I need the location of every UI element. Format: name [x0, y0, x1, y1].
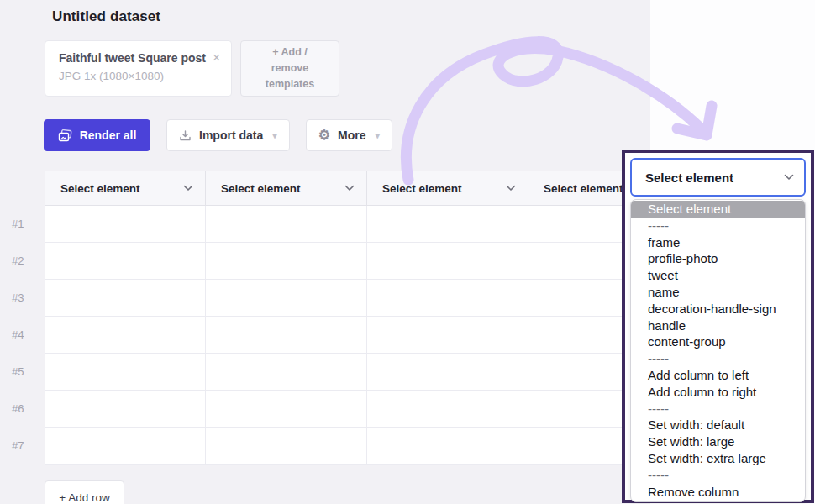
- caret-down-icon: ▾: [272, 130, 277, 141]
- table-cell[interactable]: [367, 280, 528, 316]
- caret-down-icon: ▾: [376, 130, 381, 141]
- table-cell[interactable]: [206, 317, 367, 353]
- page-title: Untitled dataset: [52, 8, 160, 25]
- table-row: [45, 280, 650, 317]
- option-add-column-left[interactable]: Add column to left: [631, 367, 805, 384]
- table-cell[interactable]: [206, 391, 367, 427]
- table-row: [45, 206, 650, 243]
- more-button[interactable]: ⚙ More ▾: [306, 119, 392, 151]
- row-number: #1: [12, 206, 40, 243]
- table-cell[interactable]: [206, 280, 367, 316]
- table-cell[interactable]: [45, 391, 206, 427]
- row-number: #7: [12, 428, 40, 465]
- column-header-label: Select element: [60, 182, 140, 195]
- table-cell[interactable]: [45, 243, 206, 279]
- row-number: #5: [12, 354, 40, 391]
- table-cell[interactable]: [206, 206, 367, 242]
- import-data-label: Import data: [199, 129, 263, 142]
- template-name: Faithful tweet Square post: [59, 51, 206, 65]
- table-row: [45, 354, 650, 391]
- template-format-label: JPG 1x (1080×1080): [59, 70, 219, 82]
- dataset-table: Select element Select element Select ele…: [45, 171, 650, 465]
- table-cell[interactable]: [206, 428, 367, 464]
- option-separator: -----: [631, 401, 805, 417]
- template-chip[interactable]: Faithful tweet Square post × JPG 1x (108…: [45, 40, 232, 97]
- gear-icon: ⚙: [318, 129, 330, 142]
- row-number: #6: [12, 391, 40, 428]
- images-stack-icon: [58, 129, 72, 142]
- option-set-width-large[interactable]: Set width: large: [631, 433, 805, 450]
- table-cell[interactable]: [45, 206, 206, 242]
- render-all-label: Render all: [80, 129, 137, 142]
- option-content-group[interactable]: content-group: [631, 333, 805, 350]
- option-name[interactable]: name: [631, 284, 805, 301]
- option-set-width-default[interactable]: Set width: default: [631, 417, 805, 433]
- option-decoration-handle-sign[interactable]: decoration-handle-sign: [631, 301, 805, 318]
- table-cell[interactable]: [367, 243, 528, 279]
- option-separator: -----: [631, 350, 805, 367]
- option-set-width-extra-large[interactable]: Set width: extra large: [631, 450, 805, 467]
- chevron-down-icon: [344, 185, 355, 192]
- option-tweet[interactable]: tweet: [631, 267, 805, 284]
- dataset-editor: Untitled dataset Faithful tweet Square p…: [0, 0, 650, 504]
- column-header-label: Select element: [382, 182, 462, 195]
- element-dropdown-overlay: Select element Select element ----- fram…: [622, 150, 814, 503]
- render-all-button[interactable]: Render all: [44, 119, 150, 151]
- table-cell[interactable]: [367, 354, 528, 390]
- row-number-gutter: #1 #2 #3 #4 #5 #6 #7: [12, 206, 40, 465]
- table-cell[interactable]: [367, 317, 528, 353]
- table-cell[interactable]: [367, 206, 528, 242]
- table-cell[interactable]: [206, 354, 367, 390]
- option-separator: -----: [631, 218, 805, 234]
- download-tray-icon: [179, 129, 192, 142]
- option-frame[interactable]: frame: [631, 234, 805, 251]
- option-separator: -----: [631, 467, 805, 484]
- option-profile-photo[interactable]: profile-photo: [631, 250, 805, 267]
- column-header-label: Select element: [544, 182, 623, 195]
- chevron-down-icon: [183, 185, 193, 192]
- import-data-button[interactable]: Import data ▾: [166, 119, 290, 151]
- option-add-column-right[interactable]: Add column to right: [631, 384, 805, 401]
- column-header-label: Select element: [221, 182, 301, 195]
- add-row-button[interactable]: + Add row: [45, 480, 124, 504]
- table-cell[interactable]: [45, 428, 206, 464]
- option-handle[interactable]: handle: [631, 318, 805, 334]
- table-cell[interactable]: [367, 391, 528, 427]
- row-number: #4: [12, 317, 40, 354]
- table-cell[interactable]: [206, 243, 367, 279]
- table-cell[interactable]: [45, 317, 206, 353]
- column-element-select[interactable]: Select element: [206, 171, 367, 205]
- table-header-row: Select element Select element Select ele…: [45, 171, 650, 206]
- table-cell[interactable]: [45, 280, 206, 316]
- table-cell[interactable]: [367, 428, 528, 464]
- table-row: [45, 428, 650, 465]
- add-remove-templates-button[interactable]: + Add / remove templates: [240, 40, 339, 97]
- template-chip-header: Faithful tweet Square post ×: [59, 51, 219, 65]
- column-element-select[interactable]: Select element: [45, 171, 206, 205]
- option-remove-column[interactable]: Remove column: [631, 484, 805, 501]
- element-select[interactable]: Select element: [630, 158, 806, 197]
- table-row: [45, 317, 650, 354]
- column-element-select[interactable]: Select element: [367, 171, 528, 205]
- toolbar: Render all Import data ▾ ⚙ More ▾: [44, 119, 392, 151]
- element-select-value: Select element: [645, 171, 734, 185]
- more-label: More: [338, 129, 365, 142]
- row-number: #2: [12, 243, 40, 280]
- chevron-down-icon: [784, 174, 794, 181]
- table-row: [45, 243, 650, 280]
- table-cell[interactable]: [45, 354, 206, 390]
- close-icon[interactable]: ×: [213, 51, 220, 65]
- option-select-element[interactable]: Select element: [631, 201, 805, 218]
- element-option-list: Select element ----- frame profile-photo…: [630, 199, 806, 502]
- row-number: #3: [12, 280, 40, 317]
- chevron-down-icon: [506, 185, 516, 192]
- table-row: [45, 391, 650, 428]
